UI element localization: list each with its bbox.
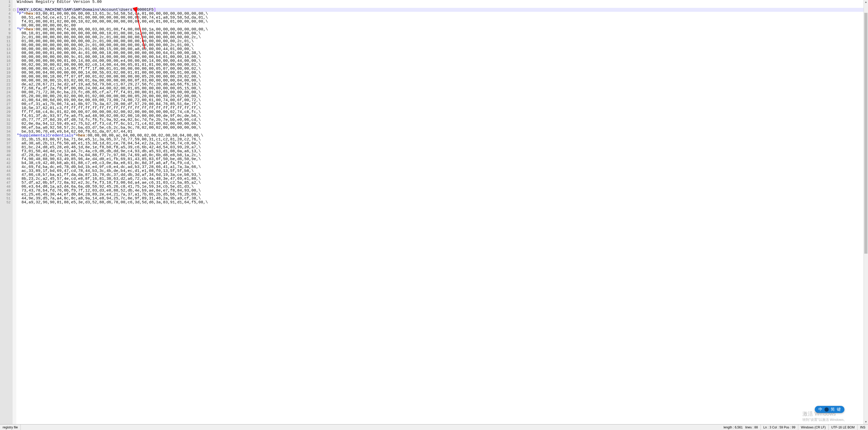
line-number[interactable]: 5 bbox=[0, 16, 10, 20]
line-number[interactable]: 7 bbox=[0, 24, 10, 28]
code-line[interactable]: 00,cf,31,a1,7b,06,74,a1,8b,97,7b,3a,67,2… bbox=[16, 102, 868, 106]
code-line[interactable]: 84,a9,32,96,90,81,88,e5,3e,d3,52,88,d6,7… bbox=[16, 200, 868, 204]
line-number[interactable]: 44 bbox=[0, 169, 10, 173]
line-number[interactable]: 30 bbox=[0, 114, 10, 118]
line-number[interactable]: 16 bbox=[0, 59, 10, 63]
line-number[interactable]: 41 bbox=[0, 157, 10, 161]
line-number[interactable]: 32 bbox=[0, 122, 10, 126]
line-number[interactable]: 14 bbox=[0, 51, 10, 55]
code-line[interactable]: "V"=hex:00,00,00,00,f4,00,00,00,03,00,01… bbox=[16, 28, 868, 31]
code-line[interactable]: 06,e3,64,d8,1a,a3,d4,6a,6a,d8,59,92,45,2… bbox=[16, 185, 868, 189]
code-line[interactable]: 2c,01,00,00,00,00,00,00,00,00,00,2c,01,0… bbox=[16, 35, 868, 39]
code-line[interactable]: f2,68,fa,df,2a,f8,0f,00,00,24,00,44,00,0… bbox=[16, 87, 868, 90]
code-line[interactable]: 00,10,01,00,00,00,00,00,00,00,00,00,10,0… bbox=[16, 31, 868, 35]
code-line[interactable]: 00,00,00,00,00,00,0c,00 bbox=[16, 24, 868, 28]
code-line[interactable]: 10,5e,37,62,01,c3,ff,ff,ff,ff,ff,ff,ff,f… bbox=[16, 106, 868, 110]
line-number[interactable]: 9 bbox=[0, 31, 10, 35]
line-number[interactable]: 22 bbox=[0, 82, 10, 87]
code-line[interactable]: 00,00,00,00,00,00,00,00,2c,01,00,00,15,0… bbox=[16, 47, 868, 51]
code-line[interactable]: 00,00,00,00,18,00,ff,07,0f,00,01,02,00,0… bbox=[16, 75, 868, 78]
scrollbar-thumb[interactable] bbox=[864, 13, 867, 254]
code-line[interactable]: 00,00,00,00,00,00,01,00,14,80,d4,00,00,0… bbox=[16, 59, 868, 63]
scroll-down-arrow-icon[interactable]: ▼ bbox=[864, 420, 868, 424]
line-number[interactable]: 45 bbox=[0, 173, 10, 177]
line-number[interactable]: 17 bbox=[0, 63, 10, 67]
code-line[interactable]: 73,43,78,b4,fd,76,0b,f9,7f,12,03,d3,e8,8… bbox=[16, 189, 868, 193]
line-number[interactable]: 28 bbox=[0, 106, 10, 110]
line-number[interactable]: 15 bbox=[0, 55, 10, 59]
status-language[interactable]: registry file bbox=[0, 425, 21, 430]
line-number[interactable]: 2 bbox=[0, 4, 10, 8]
line-number[interactable]: 50 bbox=[0, 193, 10, 197]
status-insert-mode[interactable]: INS bbox=[858, 425, 868, 430]
line-number[interactable]: 21 bbox=[0, 78, 10, 82]
line-number[interactable]: 18 bbox=[0, 67, 10, 71]
line-number[interactable]: 3 bbox=[0, 8, 10, 12]
code-line[interactable] bbox=[16, 4, 868, 8]
code-line[interactable]: b4,38,c9,42,40,b8,ab,61,88,c7,e0,c3,0e,8… bbox=[16, 161, 868, 165]
line-number[interactable]: 40 bbox=[0, 153, 10, 157]
status-encoding[interactable]: UTF-16 LE BOM bbox=[829, 425, 858, 430]
code-line[interactable]: f4,61,3f,dc,93,97,fe,a6,f5,ad,48,90,02,0… bbox=[16, 114, 868, 118]
code-line[interactable]: 08,00,00,00,01,00,00,00,4c,01,00,00,18,0… bbox=[16, 51, 868, 55]
line-number[interactable]: 23 bbox=[0, 87, 10, 90]
code-line[interactable]: 57,df,a2,0b,bf,72,0a,92,e2,3c,fe,f3,10,f… bbox=[16, 181, 868, 185]
fold-toggle-icon[interactable]: − bbox=[13, 9, 16, 11]
line-number[interactable]: 52 bbox=[0, 200, 10, 204]
code-line[interactable]: ac,33,89,1f,bd,69,47,cd,78,44,b3,3c,4b,d… bbox=[16, 169, 868, 173]
line-number[interactable]: 39 bbox=[0, 150, 10, 153]
code-line[interactable]: 44,9e,39,d5,7a,a4,8c,8c,a8,9a,14,e8,94,2… bbox=[16, 197, 868, 200]
code-line[interactable]: f3,01,50,4d,4d,ce,13,a4,7c,4a,c9,d6,db,d… bbox=[16, 150, 868, 153]
code-line[interactable]: 81,bc,24,d8,e5,28,e0,46,1d,8e,1e,f8,b0,f… bbox=[16, 145, 868, 150]
scroll-up-arrow-icon[interactable]: ▲ bbox=[864, 0, 868, 4]
line-number-gutter[interactable]: 1234567891011121314151617181920212223242… bbox=[0, 0, 12, 424]
line-number[interactable]: 33 bbox=[0, 126, 10, 130]
line-number[interactable]: 36 bbox=[0, 138, 10, 141]
code-line[interactable]: 47,86,c8,b7,ba,a1,ff,da,da,87,1b,70,dc,3… bbox=[16, 173, 868, 177]
code-line[interactable]: 41,00,64,00,6d,00,69,00,6e,00,69,00,73,0… bbox=[16, 98, 868, 102]
code-line[interactable]: 00,90,00,04,00,00,00,00,00,14,00,5b,03,0… bbox=[16, 71, 868, 75]
line-number[interactable]: 29 bbox=[0, 110, 10, 114]
status-length[interactable]: length : 6,561 lines : 88 bbox=[721, 425, 761, 430]
line-number[interactable]: 35 bbox=[0, 134, 10, 138]
line-number[interactable]: 6 bbox=[0, 20, 10, 24]
code-line[interactable]: [HKEY_LOCAL_MACHINE\SAM\SAM\Domains\Acco… bbox=[16, 8, 868, 12]
code-line[interactable]: f4,01,00,00,01,02,00,00,10,02,00,00,00,0… bbox=[16, 20, 868, 24]
code-line[interactable]: f4,90,48,88,90,63,49,85,96,4e,d4,d0,e1,f… bbox=[16, 157, 868, 161]
code-line[interactable]: 01,00,00,00,00,00,00,00,00,00,2c,01,00,0… bbox=[16, 39, 868, 43]
code-line[interactable]: 00,02,00,30,00,02,00,00,00,02,c0,14,00,4… bbox=[16, 63, 868, 67]
line-number[interactable]: 51 bbox=[0, 197, 10, 200]
code-line[interactable]: a0,30,a6,2b,11,f6,50,a0,e1,15,3d,1d,81,c… bbox=[16, 141, 868, 145]
line-number[interactable]: 10 bbox=[0, 35, 10, 39]
code-line[interactable]: 05,20,00,00,00,20,02,00,00,01,02,00,00,0… bbox=[16, 94, 868, 98]
line-number[interactable]: 42 bbox=[0, 161, 10, 165]
code-line[interactable]: ff,ff,68,c4,8c,01,02,00,00,07,00,00,00,0… bbox=[16, 110, 868, 114]
line-number[interactable]: 4 bbox=[0, 12, 10, 16]
line-number[interactable]: 27 bbox=[0, 102, 10, 106]
code-line[interactable]: 00,00,00,00,00,00,00,00,00,2c,01,00,00,0… bbox=[16, 43, 868, 47]
line-number[interactable]: 8 bbox=[0, 28, 10, 31]
status-caret-position[interactable]: Ln : 3 Col : 59 Pos : 99 bbox=[761, 425, 798, 430]
code-line[interactable]: 02,0e,0a,94,12,59,49,e2,75,b2,4f,f3,cd,f… bbox=[16, 122, 868, 126]
code-line[interactable]: e1,25,e6,49,30,44,ef,d0,84,28,89,2e,e4,2… bbox=[16, 193, 868, 197]
line-number[interactable]: 49 bbox=[0, 189, 10, 193]
code-line[interactable]: 4c,69,fd,ba,dc,e6,78,d0,bd,1b,e4,9f,c0,e… bbox=[16, 165, 868, 169]
line-number[interactable]: 47 bbox=[0, 181, 10, 185]
line-number[interactable]: 11 bbox=[0, 39, 10, 43]
code-line[interactable]: "F"=hex:03,00,01,00,00,00,00,00,13,61,3c… bbox=[16, 12, 868, 16]
ime-indicator[interactable]: 中 简 键 bbox=[815, 406, 844, 413]
code-line[interactable]: 00,ef,ba,a0,92,58,57,2c,ba,d3,d7,5e,cb,2… bbox=[16, 126, 868, 130]
line-number[interactable]: 38 bbox=[0, 145, 10, 150]
code-line[interactable]: d5,77,7f,2f,8d,39,df,d8,7d,fc,f6,fc,9a,9… bbox=[16, 118, 868, 122]
line-number[interactable]: 13 bbox=[0, 47, 10, 51]
line-number[interactable]: 19 bbox=[0, 71, 10, 75]
line-number[interactable]: 34 bbox=[0, 130, 10, 134]
code-line[interactable]: 00,51,e6,5d,ce,e3,17,da,01,00,00,00,00,0… bbox=[16, 16, 868, 20]
line-number[interactable]: 25 bbox=[0, 94, 10, 98]
code-line[interactable]: de,a2,28,67,21,3e,d2,af,19,ad,5d,79,b0,c… bbox=[16, 82, 868, 87]
code-line[interactable]: 00,00,00,00,02,c0,14,00,ff,ff,1f,00,01,0… bbox=[16, 67, 868, 71]
code-line[interactable]: 31,3b,15,83,00,97,ba,71,6e,e5,1c,3a,05,3… bbox=[16, 138, 868, 141]
code-line[interactable]: "SupplementalCredentials"=hex:00,00,00,0… bbox=[16, 134, 868, 138]
code-line[interactable]: 8b,23,2c,a2,45,57,4e,cd,e8,8f,16,81,38,6… bbox=[16, 177, 868, 181]
line-number[interactable]: 37 bbox=[0, 141, 10, 145]
